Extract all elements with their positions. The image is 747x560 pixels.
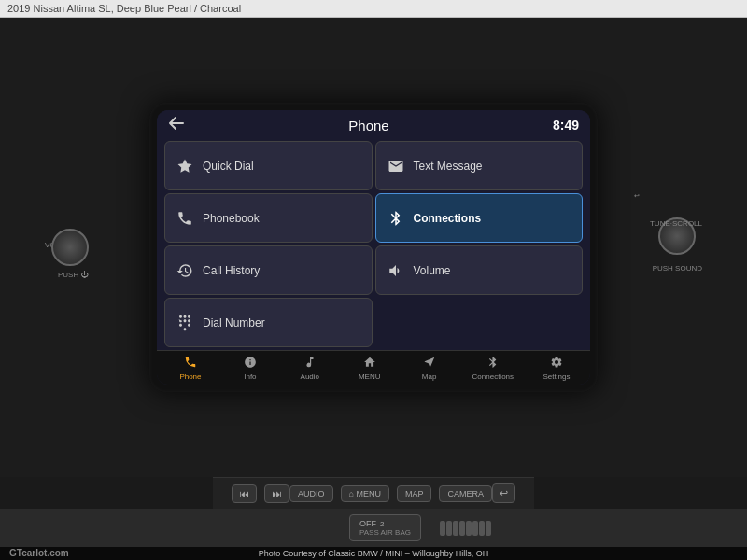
- back-hw-button[interactable]: ↩: [492, 483, 515, 503]
- airbag-vents: [440, 521, 491, 536]
- back-hw-icon: ↩: [634, 192, 640, 200]
- camera-button[interactable]: CAMERA: [439, 485, 492, 502]
- airbag-label: PASS AIR BAG: [359, 528, 411, 537]
- push-label: PUSH ⏻: [58, 271, 88, 279]
- nav-map-label: Map: [422, 372, 437, 381]
- screen: Phone 8:49 Quick Dial: [157, 110, 590, 385]
- nav-connections-icon: [486, 356, 500, 371]
- nav-map[interactable]: Map: [413, 356, 446, 381]
- envelope-icon: [386, 156, 406, 176]
- status-bar: Phone 8:49: [157, 110, 590, 138]
- nav-info-icon: [244, 356, 257, 371]
- watermark: GTcarlot.com: [9, 548, 69, 558]
- call-history-icon: [175, 260, 195, 281]
- tune-scroll-label: TUNE·SCROLL: [650, 219, 702, 228]
- right-hw-buttons: ↩: [492, 483, 515, 503]
- nav-audio-label: Audio: [301, 372, 319, 381]
- nav-map-icon: [423, 356, 436, 371]
- speaker-icon: [386, 260, 406, 281]
- nav-menu[interactable]: MENU: [353, 356, 387, 381]
- nav-menu-label: MENU: [359, 372, 381, 381]
- nav-info[interactable]: Info: [233, 356, 267, 381]
- call-history-button[interactable]: Call History: [164, 245, 373, 295]
- nav-settings[interactable]: Settings: [540, 356, 573, 381]
- phonebook-button[interactable]: Phonebook: [164, 193, 373, 243]
- quick-dial-button[interactable]: Quick Dial: [164, 141, 373, 190]
- nav-phone-label: Phone: [179, 372, 201, 381]
- dial-number-button[interactable]: Dial Number: [164, 298, 373, 347]
- left-hw-buttons: ⏮ ⏭: [232, 484, 289, 503]
- push-sound-label: PUSH SOUND: [653, 264, 702, 273]
- nav-audio-icon: [303, 356, 317, 371]
- bluetooth-icon: [386, 208, 406, 229]
- next-track-button[interactable]: ⏭: [264, 484, 289, 503]
- screen-title: Phone: [348, 118, 388, 133]
- vol-knob[interactable]: [51, 229, 89, 266]
- nav-info-label: Info: [244, 372, 256, 381]
- audio-button[interactable]: AUDIO: [289, 485, 333, 502]
- back-button[interactable]: [168, 116, 185, 134]
- nav-settings-icon: [550, 356, 563, 371]
- nav-menu-icon: [363, 356, 376, 371]
- photo-credit: Photo Courtesy of Classic BMW / MINI – W…: [0, 547, 747, 560]
- connections-button[interactable]: Connections: [375, 193, 584, 243]
- phonebook-icon: [175, 208, 195, 229]
- nav-audio[interactable]: Audio: [293, 356, 327, 381]
- main-scene: VOL TUNE·SCROLL PUSH SOUND: [0, 18, 747, 477]
- map-button[interactable]: MAP: [397, 485, 432, 502]
- screen-bezel: Phone 8:49 Quick Dial: [149, 103, 598, 392]
- nav-phone-icon: [184, 356, 197, 371]
- call-history-label: Call History: [203, 264, 260, 277]
- menu-button[interactable]: ⌂ MENU: [341, 485, 389, 502]
- nav-phone[interactable]: Phone: [174, 356, 207, 381]
- center-hw-buttons: AUDIO ⌂ MENU MAP CAMERA: [289, 485, 492, 502]
- text-message-button[interactable]: Text Message: [375, 141, 584, 190]
- prev-track-button[interactable]: ⏮: [232, 484, 257, 503]
- star-icon: [175, 156, 195, 176]
- top-label: 2019 Nissan Altima SL, Deep Blue Pearl /…: [0, 0, 747, 18]
- clock: 8:49: [553, 118, 579, 133]
- bottom-strip: ⏮ ⏭ AUDIO ⌂ MENU MAP CAMERA ↩: [213, 477, 534, 509]
- car-frame: 2019 Nissan Altima SL, Deep Blue Pearl /…: [0, 0, 747, 560]
- nav-settings-label: Settings: [543, 372, 571, 381]
- phonebook-label: Phonebook: [203, 212, 260, 225]
- airbag-area: OFF 2 PASS AIR BAG: [0, 509, 747, 547]
- nav-connections-label: Connections: [472, 372, 514, 381]
- volume-label: Volume: [414, 264, 451, 277]
- nav-connections[interactable]: Connections: [472, 356, 514, 381]
- quick-dial-label: Quick Dial: [203, 160, 254, 173]
- airbag-indicator: OFF 2 PASS AIR BAG: [349, 514, 421, 541]
- dialpad-icon: [175, 313, 195, 333]
- dial-number-label: Dial Number: [203, 316, 265, 329]
- menu-grid: Quick Dial Text Message Ph: [157, 138, 590, 350]
- volume-button[interactable]: Volume: [375, 245, 584, 295]
- connections-label: Connections: [414, 212, 482, 225]
- text-message-label: Text Message: [414, 160, 483, 173]
- bottom-nav: Phone Info Audio: [157, 350, 590, 385]
